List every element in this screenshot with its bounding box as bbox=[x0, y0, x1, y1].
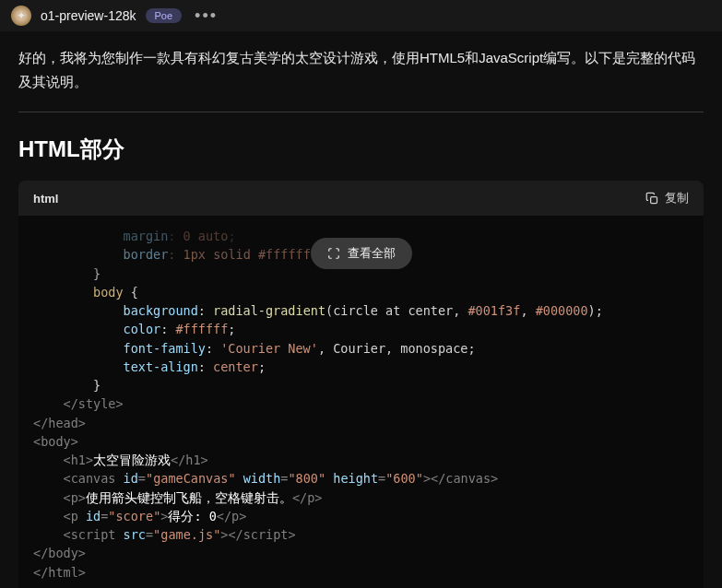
copy-icon bbox=[645, 192, 659, 206]
code-header: html 复制 bbox=[18, 181, 704, 216]
expand-label: 查看全部 bbox=[348, 245, 396, 262]
poe-badge[interactable]: Poe bbox=[146, 8, 183, 23]
section-title: HTML部分 bbox=[18, 135, 704, 164]
code-language-label: html bbox=[33, 192, 58, 206]
bot-name: o1-preview-128k bbox=[41, 8, 136, 23]
code-block: html 复制 查看全部 margin: 0 auto; border: 1px… bbox=[18, 181, 704, 588]
copy-button[interactable]: 复制 bbox=[645, 190, 689, 206]
divider bbox=[18, 112, 704, 112]
code-content: margin: 0 auto; border: 1px solid #fffff… bbox=[33, 227, 689, 582]
more-icon[interactable]: ••• bbox=[195, 6, 218, 26]
code-body: 查看全部 margin: 0 auto; border: 1px solid #… bbox=[18, 216, 704, 588]
message-content: 好的，我将为您制作一款具有科幻复古美学的太空设计游戏，使用HTML5和JavaS… bbox=[0, 31, 722, 588]
message-header: ✦ o1-preview-128k Poe ••• bbox=[0, 0, 722, 31]
intro-paragraph: 好的，我将为您制作一款具有科幻复古美学的太空设计游戏，使用HTML5和JavaS… bbox=[18, 46, 704, 93]
svg-rect-0 bbox=[651, 196, 657, 203]
expand-icon bbox=[327, 247, 340, 260]
bot-avatar-icon: ✦ bbox=[11, 6, 31, 26]
expand-button[interactable]: 查看全部 bbox=[311, 238, 412, 269]
copy-label: 复制 bbox=[665, 190, 689, 206]
